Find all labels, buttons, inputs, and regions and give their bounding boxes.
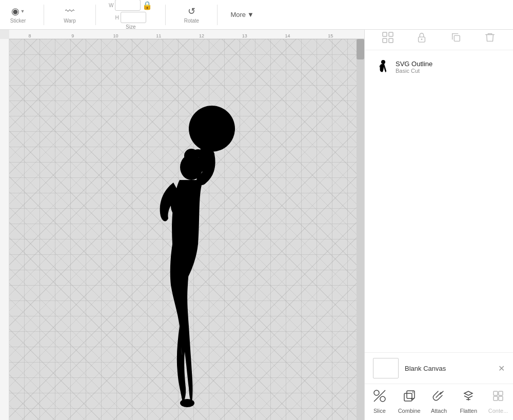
ruler-tick-10: 10 — [113, 33, 118, 38]
svg-point-10 — [421, 38, 423, 40]
svg-point-14 — [380, 396, 385, 402]
slice-icon — [373, 389, 386, 406]
canvas-label: Blank Canvas — [405, 365, 446, 372]
width-input[interactable] — [115, 0, 141, 11]
ruler-tick-14: 14 — [285, 33, 290, 38]
svg-rect-5 — [383, 32, 387, 36]
right-panel: Layers Color Sync — [364, 0, 513, 420]
width-row: W 🔒 — [109, 0, 152, 11]
ruler-tick-11: 11 — [156, 33, 161, 38]
white-canvas — [9, 39, 357, 420]
svg-rect-20 — [499, 391, 503, 395]
svg-line-15 — [374, 390, 385, 402]
sticker-icon: ◉ — [11, 6, 19, 17]
svg-rect-7 — [383, 38, 387, 43]
more-label: More — [230, 11, 246, 18]
height-row: H — [115, 12, 146, 23]
toolbar: ◉ ▼ Sticker 〰 Warp W 🔒 H Size ↺ Rotate — [0, 0, 513, 30]
size-label: Size — [126, 24, 135, 30]
svg-point-4 — [180, 399, 194, 407]
attach-button[interactable]: Attach — [426, 389, 451, 414]
layer-name: SVG Outline — [396, 60, 432, 68]
rotate-label: Rotate — [184, 18, 199, 24]
toolbar-rotate: ↺ Rotate — [179, 6, 204, 24]
scrollbar-thumb[interactable] — [357, 39, 364, 59]
slice-button[interactable]: Slice — [367, 389, 392, 414]
divider-4 — [217, 5, 218, 25]
divider-1 — [44, 5, 44, 25]
layers-list: SVG Outline Basic Cut — [365, 50, 513, 352]
slice-label: Slice — [373, 408, 386, 414]
group-button[interactable] — [379, 28, 397, 47]
vertical-scrollbar[interactable] — [357, 39, 364, 420]
layer-info: SVG Outline Basic Cut — [396, 60, 432, 74]
ruler-tick-8: 8 — [28, 33, 31, 38]
flatten-icon — [462, 389, 475, 406]
warp-label: Warp — [64, 18, 76, 24]
svg-rect-19 — [494, 391, 498, 395]
svg-rect-17 — [407, 391, 415, 398]
sticker-label: Sticker — [10, 18, 26, 24]
lock-aspect-button[interactable]: 🔒 — [142, 1, 152, 10]
flatten-label: Flatten — [460, 408, 477, 414]
svg-rect-8 — [389, 38, 393, 43]
divider-3 — [165, 5, 166, 25]
more-button[interactable]: More ▼ — [230, 11, 254, 18]
duplicate-button[interactable] — [447, 28, 465, 47]
conte-button[interactable]: Conte... — [485, 389, 511, 414]
toolbar-size-group: W 🔒 H Size — [109, 0, 152, 30]
combine-button[interactable]: Combine — [397, 389, 422, 414]
toolbar-sticker: ◉ ▼ Sticker — [5, 6, 31, 24]
canvas-close-button[interactable]: ✕ — [498, 364, 505, 373]
combine-icon — [403, 389, 416, 406]
ruler-top: 89101112131415 — [9, 30, 364, 39]
flatten-button[interactable]: Flatten — [456, 389, 481, 414]
combine-label: Combine — [398, 408, 421, 414]
more-arrow: ▼ — [247, 11, 254, 18]
conte-label: Conte... — [488, 408, 508, 414]
attach-icon — [432, 389, 445, 406]
svg-rect-6 — [389, 32, 393, 36]
ruler-tick-15: 15 — [328, 33, 333, 38]
svg-rect-11 — [454, 35, 460, 41]
blank-canvas-section: Blank Canvas ✕ — [365, 352, 513, 384]
svg-point-13 — [374, 390, 379, 395]
height-input[interactable] — [121, 12, 146, 23]
divider-2 — [95, 5, 96, 25]
sticker-arrow: ▼ — [21, 9, 25, 14]
ruler-tick-12: 12 — [199, 33, 204, 38]
ruler-tick-13: 13 — [242, 33, 247, 38]
rotate-icon: ↺ — [188, 6, 195, 17]
ruler-tick-9: 9 — [71, 33, 74, 38]
layer-type: Basic Cut — [396, 68, 432, 74]
player-silhouette[interactable] — [122, 101, 250, 408]
ruler-left — [0, 39, 9, 420]
toolbar-warp: 〰 Warp — [57, 6, 83, 24]
svg-rect-16 — [404, 393, 412, 401]
attach-label: Attach — [431, 408, 447, 414]
size-inputs: W 🔒 H — [109, 0, 152, 23]
bottom-actions: Slice Combine — [365, 384, 513, 420]
svg-point-3 — [193, 149, 203, 157]
height-label: H — [115, 15, 119, 21]
conte-icon — [491, 389, 505, 406]
design-canvas[interactable] — [9, 39, 364, 420]
canvas-area: 89101112131415 — [0, 30, 364, 420]
warp-icon: 〰 — [65, 6, 74, 17]
svg-rect-21 — [494, 396, 498, 401]
width-label: W — [109, 3, 113, 8]
canvas-thumbnail — [373, 358, 399, 378]
layer-thumbnail — [373, 58, 389, 75]
layer-item[interactable]: SVG Outline Basic Cut — [365, 54, 513, 79]
lock-layer-button[interactable] — [412, 28, 431, 47]
svg-point-0 — [189, 106, 235, 152]
svg-rect-22 — [499, 396, 503, 401]
ruler-top-inner: 89101112131415 — [9, 30, 364, 38]
delete-button[interactable] — [481, 28, 499, 47]
